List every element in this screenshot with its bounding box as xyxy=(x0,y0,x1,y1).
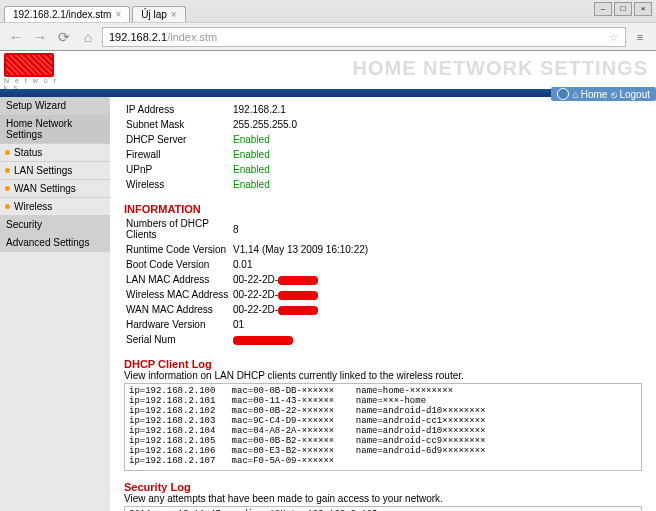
menu-icon[interactable]: ≡ xyxy=(630,31,650,43)
back-button[interactable]: ← xyxy=(6,27,26,47)
row-label: Subnet Mask xyxy=(126,118,231,131)
dhcp-log-subtitle: View information on LAN DHCP clients cur… xyxy=(124,370,642,381)
reload-button[interactable]: ⟳ xyxy=(54,27,74,47)
row-label: IP Address xyxy=(126,103,231,116)
header-bar: ⌂ Home ⎋ Logout xyxy=(0,89,656,97)
nav-bar: ← → ⟳ ⌂ 192.168.2.1/index.stm ☆ ≡ xyxy=(0,22,656,50)
url-bar[interactable]: 192.168.2.1/index.stm ☆ xyxy=(102,27,626,47)
row-label: Wireless MAC Address xyxy=(126,288,231,301)
status-table: IP Address192.168.2.1Subnet Mask255.255.… xyxy=(124,101,642,193)
home-link[interactable]: ⌂ Home xyxy=(573,89,608,100)
table-row: WAN MAC Address00-22-2D- xyxy=(126,303,640,316)
row-label: Firewall xyxy=(126,148,231,161)
table-row: WirelessEnabled xyxy=(126,178,640,191)
sidebar-item[interactable]: WAN Settings xyxy=(0,180,110,198)
bookmark-icon[interactable]: ☆ xyxy=(609,28,619,46)
security-log-subtitle: View any attempts that have been made to… xyxy=(124,493,642,504)
page-header: N e t w o r k s HOME NETWORK SETTINGS xyxy=(0,51,656,89)
row-label: Hardware Version xyxy=(126,318,231,331)
sidebar-item[interactable]: Wireless xyxy=(0,198,110,216)
information-table: Numbers of DHCP Clients8Runtime Code Ver… xyxy=(124,215,642,348)
row-label: Wireless xyxy=(126,178,231,191)
row-label: UPnP xyxy=(126,163,231,176)
page-title: HOME NETWORK SETTINGS xyxy=(353,57,648,80)
window-controls: – □ × xyxy=(594,2,652,16)
browser-tab[interactable]: 192.168.2.1/index.stm × xyxy=(4,6,130,22)
table-row: Wireless MAC Address00-22-2D- xyxy=(126,288,640,301)
row-value: V1.14 (May 13 2009 16:10:22) xyxy=(233,243,640,256)
row-value: 8 xyxy=(233,217,640,241)
main-content: IP Address192.168.2.1Subnet Mask255.255.… xyxy=(110,97,656,511)
table-row: LAN MAC Address00-22-2D- xyxy=(126,273,640,286)
table-row: Runtime Code VersionV1.14 (May 13 2009 1… xyxy=(126,243,640,256)
row-value: Enabled xyxy=(233,178,640,191)
globe-icon xyxy=(557,88,569,100)
row-value: 0.01 xyxy=(233,258,640,271)
row-value: 01 xyxy=(233,318,640,331)
row-label: Serial Num xyxy=(126,333,231,346)
row-label: WAN MAC Address xyxy=(126,303,231,316)
logout-link[interactable]: ⎋ Logout xyxy=(611,89,650,100)
dhcp-log-box[interactable]: ip=192.168.2.100 mac=00-0B-DB-×××××× nam… xyxy=(124,383,642,471)
sidebar-item[interactable]: Advanced Settings xyxy=(0,234,110,252)
tab-title: Új lap xyxy=(141,9,167,20)
sidebar-item[interactable]: LAN Settings xyxy=(0,162,110,180)
sidebar: Setup WizardHome Network SettingsStatusL… xyxy=(0,97,110,511)
browser-tab[interactable]: Új lap × xyxy=(132,6,185,22)
sidebar-item[interactable]: Status xyxy=(0,144,110,162)
close-button[interactable]: × xyxy=(634,2,652,16)
row-label: Boot Code Version xyxy=(126,258,231,271)
forward-button[interactable]: → xyxy=(30,27,50,47)
row-value: Enabled xyxy=(233,133,640,146)
table-row: DHCP ServerEnabled xyxy=(126,133,640,146)
sidebar-item[interactable]: Home Network Settings xyxy=(0,115,110,144)
information-heading: INFORMATION xyxy=(124,203,642,215)
maximize-button[interactable]: □ xyxy=(614,2,632,16)
sidebar-item[interactable]: Setup Wizard xyxy=(0,97,110,115)
row-label: Numbers of DHCP Clients xyxy=(126,217,231,241)
tab-bar: 192.168.2.1/index.stm ×Új lap × xyxy=(0,0,656,22)
row-value: 00-22-2D- xyxy=(233,288,640,301)
table-row: IP Address192.168.2.1 xyxy=(126,103,640,116)
security-log-heading: Security Log xyxy=(124,481,642,493)
home-button[interactable]: ⌂ xyxy=(78,27,98,47)
security-log-box[interactable]: 2014-×× 12:11:47 sending ACK to 192.168.… xyxy=(124,506,642,511)
table-row: Serial Num xyxy=(126,333,640,346)
row-value: Enabled xyxy=(233,163,640,176)
table-row: Subnet Mask255.255.255.0 xyxy=(126,118,640,131)
table-row: Numbers of DHCP Clients8 xyxy=(126,217,640,241)
row-value: 255.255.255.0 xyxy=(233,118,640,131)
minimize-button[interactable]: – xyxy=(594,2,612,16)
row-value: 192.168.2.1 xyxy=(233,103,640,116)
browser-chrome: – □ × 192.168.2.1/index.stm ×Új lap × ← … xyxy=(0,0,656,51)
tab-title: 192.168.2.1/index.stm xyxy=(13,9,111,20)
row-value: 00-22-2D- xyxy=(233,273,640,286)
url-host: 192.168.2.1 xyxy=(109,28,167,46)
row-value: 00-22-2D- xyxy=(233,303,640,316)
dhcp-log-heading: DHCP Client Log xyxy=(124,358,642,370)
row-label: Runtime Code Version xyxy=(126,243,231,256)
tab-close-icon[interactable]: × xyxy=(115,9,121,20)
table-row: FirewallEnabled xyxy=(126,148,640,161)
row-value: Enabled xyxy=(233,148,640,161)
user-bar: ⌂ Home ⎋ Logout xyxy=(551,87,656,101)
row-value xyxy=(233,333,640,346)
logo: N e t w o r k s xyxy=(4,53,60,91)
row-label: DHCP Server xyxy=(126,133,231,146)
table-row: UPnPEnabled xyxy=(126,163,640,176)
table-row: Hardware Version01 xyxy=(126,318,640,331)
sidebar-item[interactable]: Security xyxy=(0,216,110,234)
row-label: LAN MAC Address xyxy=(126,273,231,286)
table-row: Boot Code Version0.01 xyxy=(126,258,640,271)
tab-close-icon[interactable]: × xyxy=(171,9,177,20)
url-path: /index.stm xyxy=(167,28,217,46)
